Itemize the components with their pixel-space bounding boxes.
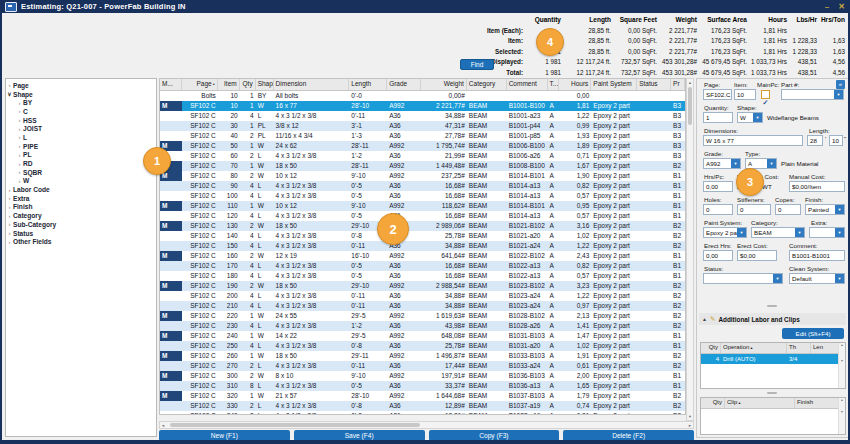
length-feet-field[interactable]: 28 [807, 135, 823, 146]
column-header-weight[interactable]: Weight [421, 79, 467, 90]
table-row[interactable]: MSF102 C3002W8 x 109'-10A992197,91#BEAMB… [160, 371, 685, 381]
scroll-thumb[interactable] [688, 87, 692, 125]
chevron-right-icon[interactable]: › [16, 108, 23, 114]
finish-combo[interactable]: Painted▼ [805, 204, 845, 215]
shape-combo[interactable]: W▼ [737, 112, 763, 123]
vertical-scrollbar[interactable]: ▲ ▼ [686, 78, 694, 421]
sidebar-item-joist[interactable]: ›JOIST [6, 124, 156, 133]
sidebar-item-l[interactable]: ›L [6, 133, 156, 142]
column-header-qty[interactable]: Qty [701, 343, 721, 353]
sidebar-item-other-fields[interactable]: ›Other Fields [6, 237, 156, 246]
chevron-right-icon[interactable]: › [6, 230, 13, 236]
chevron-right-icon[interactable]: › [6, 187, 13, 193]
table-row[interactable]: SF102 C3108L4 x 3 1/2 x 3/80'-5A3633,37#… [160, 381, 685, 391]
column-header-clip[interactable]: Clip ▴ [725, 398, 795, 408]
stiffeners-field[interactable]: 0 [737, 204, 771, 215]
item-field[interactable]: 10 [734, 89, 756, 100]
table-row[interactable]: SF102 C1804L4 x 3 1/2 x 3/80'-5A3616,68#… [160, 271, 685, 281]
column-header-hours[interactable]: Hours [559, 79, 591, 90]
table-row[interactable]: MSF102 C3201W21 x 5728'-10A9921 644,68#B… [160, 391, 685, 401]
part-combo[interactable]: ▼ [781, 89, 844, 100]
sidebar-item-shape[interactable]: ∨Shape [6, 90, 156, 99]
table-row[interactable]: SF102 C2702L4 x 3 1/2 x 3/80'-11A3617,44… [160, 361, 685, 371]
column-header-comment[interactable]: Comment [507, 79, 548, 90]
sidebar-item-finish[interactable]: ›Finish [6, 203, 156, 212]
table-row[interactable]: SF102 C301PL3/8 x 123'-1A3647,31#BEAMB10… [160, 121, 685, 131]
column-header-status[interactable]: Status [637, 79, 671, 90]
chevron-right-icon[interactable]: › [6, 82, 13, 88]
table-row[interactable]: MSF102 C2401W14 x 2229'-5A992648,08#BEAM… [160, 331, 685, 341]
scroll-up-icon[interactable]: ▲ [687, 80, 693, 85]
scroll-thumb[interactable] [170, 423, 420, 427]
footer-button-copy-f3-[interactable]: Copy (F3) [429, 430, 560, 441]
page-field[interactable]: SF102.C [703, 89, 732, 100]
column-header-finish[interactable]: Finish [795, 398, 839, 408]
chevron-right-icon[interactable]: › [16, 100, 23, 106]
column-header-category[interactable]: Category [467, 79, 507, 90]
sidebar-item-w[interactable]: ›W [6, 177, 156, 186]
table-row[interactable]: MSF102 C1902W18 x 5029'-10A9922 988,54#B… [160, 281, 685, 291]
table-row[interactable]: MSF102 C701W18 x 5028'-11A9921 449,48#BE… [160, 161, 685, 171]
dropdown-arrow-icon[interactable]: ▼ [731, 159, 740, 168]
sidebar-item-status[interactable]: ›Status [6, 229, 156, 238]
sidebar-item-labor-code[interactable]: ›Labor Code [6, 185, 156, 194]
sidebar-item-category[interactable]: ›Category [6, 211, 156, 220]
sidebar-item-page[interactable]: ›Page [6, 81, 156, 90]
erect-cost-field[interactable]: $0,00 [737, 250, 777, 261]
column-header-item[interactable]: Item [218, 79, 240, 90]
clean-system-combo[interactable]: Default▼ [789, 273, 845, 284]
table-row[interactable]: SF102 C1204L4 x 3 1/2 x 3/80'-5A3616,68#… [160, 211, 685, 221]
chevron-right-icon[interactable]: › [6, 195, 13, 201]
collapse-section-icon[interactable]: ▲ [702, 316, 707, 322]
table-row[interactable]: SF102 C1504L4 x 3 1/2 x 3/80'-11A3634,88… [160, 241, 685, 251]
chevron-right-icon[interactable]: › [16, 126, 23, 132]
sidebar-item-c[interactable]: ›C [6, 107, 156, 116]
table-row[interactable]: MSF102 C802W10 x 129'-10A992237,25#BEAMB… [160, 171, 685, 181]
grade-combo[interactable]: A992▼ [703, 158, 741, 169]
horizontal-scrollbar[interactable]: ◄ ► [159, 421, 694, 429]
erect-hrs-field[interactable]: 0,00 [703, 250, 733, 261]
table-row[interactable]: SF102 C1004L4 x 3 1/2 x 3/80'-5A3616,68#… [160, 191, 685, 201]
collapse-panel-icon[interactable]: « [836, 80, 845, 89]
find-button[interactable]: Find [460, 59, 494, 70]
table-row[interactable]: MSF102 C1302W18 x 5029'-10A9922 989,06#B… [160, 221, 685, 231]
sidebar-item-sub-category[interactable]: ›Sub-Category [6, 220, 156, 229]
table-row[interactable]: SF102 C2104L4 x 3 1/2 x 3/80'-11A3634,88… [160, 301, 685, 311]
table-row[interactable]: MSF102 C2601W18 x 5029'-11A9921 496,87#B… [160, 351, 685, 361]
quantity-field[interactable]: 1 [703, 112, 733, 123]
chevron-right-icon[interactable]: › [16, 117, 23, 123]
column-header-paintsystem[interactable]: Paint System [591, 79, 637, 90]
splitter-handle[interactable] [767, 305, 777, 307]
sidebar-item-by[interactable]: ›BY [6, 98, 156, 107]
table-row[interactable]: SF102 C2504L4 x 3 1/2 x 3/80'-8A3625,78#… [160, 341, 685, 351]
table-row[interactable]: SF102 C904L4 x 3 1/2 x 3/80'-5A3616,68#B… [160, 181, 685, 191]
table-row[interactable]: MSF102 C101W16 x 7728'-10A9922 221,77#BE… [160, 101, 685, 111]
extra-combo[interactable]: ▼ [809, 227, 845, 238]
clips-scrollbar[interactable]: ▲▼ [838, 398, 845, 434]
column-header-page[interactable]: Page ▴ [182, 79, 218, 90]
table-row[interactable]: SF102 C204L4 x 3 1/2 x 3/80'-11A3634,88#… [160, 111, 685, 121]
manual-cost-field[interactable]: $0,00/Item [789, 181, 845, 192]
table-row[interactable]: MSF102 C1101W10 x 129'-10A992118,62#BEAM… [160, 201, 685, 211]
paint-system-combo[interactable]: Epoxy 2 part▼ [703, 227, 747, 238]
table-row[interactable]: SF102 C402PL11/16 x 4 3/41'-3A3627,78#BE… [160, 131, 685, 141]
chevron-right-icon[interactable]: › [16, 152, 23, 158]
column-header-qty[interactable]: Qty [701, 398, 725, 408]
table-row[interactable]: MSF102 C1602W12 x 1916'-10A992641,64#BEA… [160, 251, 685, 261]
dropdown-arrow-icon[interactable]: ▼ [835, 228, 844, 237]
table-row[interactable]: SF102 C3302L4 x 3 1/2 x 3/80'-8A3612,89#… [160, 401, 685, 411]
additional-labor-header[interactable]: ▲ ✎ Additional Labor and Clips [699, 313, 846, 325]
chevron-right-icon[interactable]: › [16, 134, 23, 140]
dropdown-arrow-icon[interactable]: ▼ [737, 228, 746, 237]
table-row[interactable]: SF102 C3402L4 x 3 1/2 x 3/80'-8A3612,89#… [160, 411, 685, 415]
category-combo[interactable]: BEAM▼ [751, 227, 805, 238]
footer-button-save-f4-[interactable]: Save (F4) [294, 430, 425, 441]
comment-field[interactable]: B1001-B1001 [789, 250, 845, 261]
mainpc-checkbox[interactable]: ✓ [761, 90, 770, 99]
footer-button-delete-f2-[interactable]: Delete (F2) [563, 430, 694, 441]
table-row[interactable]: MSF102 C501W24 x 6228'-11A9921 795,74#BE… [160, 141, 685, 151]
column-header-qty[interactable]: Qty [240, 79, 256, 90]
chevron-right-icon[interactable]: › [6, 239, 13, 245]
dropdown-arrow-icon[interactable]: ▼ [835, 274, 844, 283]
column-header-dimension[interactable]: Dimension [274, 79, 350, 90]
